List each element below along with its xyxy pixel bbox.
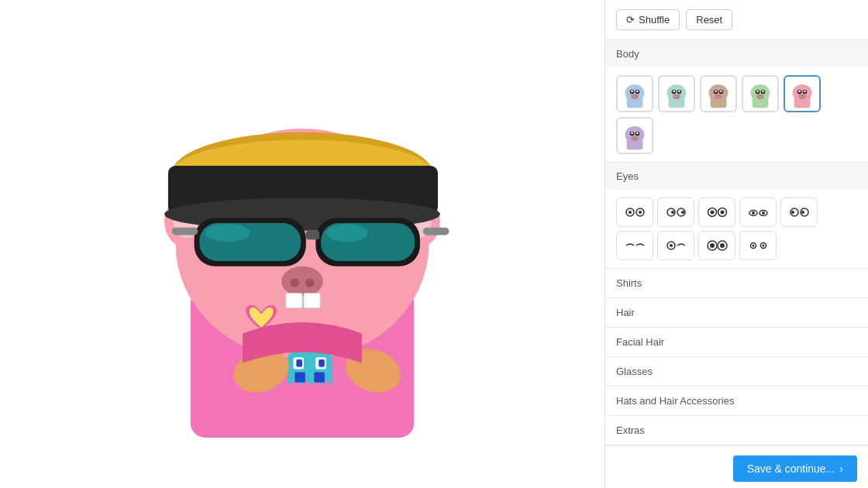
eyes-grid bbox=[616, 198, 857, 260]
eye-option-6[interactable] bbox=[616, 231, 653, 260]
body-section: Body bbox=[605, 40, 868, 163]
bottom-bar: Save & continue... › bbox=[605, 445, 868, 488]
glasses-section: Glasses bbox=[605, 357, 868, 387]
eye-option-8[interactable] bbox=[698, 231, 735, 260]
svg-rect-27 bbox=[296, 359, 302, 367]
svg-point-92 bbox=[631, 136, 639, 141]
svg-point-117 bbox=[710, 243, 715, 248]
save-label: Save & continue... bbox=[747, 462, 835, 475]
eye-option-4[interactable] bbox=[739, 198, 777, 227]
svg-point-15 bbox=[205, 224, 250, 242]
svg-point-95 bbox=[629, 211, 632, 214]
svg-rect-17 bbox=[172, 228, 198, 235]
avatar-image bbox=[116, 50, 488, 438]
svg-point-71 bbox=[762, 91, 764, 93]
body-options bbox=[605, 67, 868, 162]
body-option-blue[interactable] bbox=[616, 75, 653, 112]
hats-header[interactable]: Hats and Hair Accessories bbox=[605, 387, 868, 415]
shuffle-label: Shuffle bbox=[639, 14, 670, 26]
svg-point-70 bbox=[756, 91, 759, 93]
eyes-section: Eyes bbox=[605, 163, 868, 269]
svg-point-60 bbox=[715, 91, 717, 93]
eyes-section-label: Eyes bbox=[616, 170, 639, 182]
svg-point-112 bbox=[801, 211, 804, 214]
svg-point-122 bbox=[762, 245, 764, 247]
svg-rect-30 bbox=[314, 372, 324, 382]
body-option-teal[interactable] bbox=[658, 75, 695, 112]
svg-point-62 bbox=[715, 94, 722, 99]
svg-point-80 bbox=[798, 91, 801, 93]
eyes-options bbox=[605, 190, 868, 268]
hair-label: Hair bbox=[616, 307, 635, 318]
svg-point-108 bbox=[762, 211, 765, 215]
eye-option-1[interactable] bbox=[616, 198, 653, 227]
eye-option-2[interactable] bbox=[657, 198, 694, 227]
eye-option-9[interactable] bbox=[739, 231, 777, 260]
shuffle-button[interactable]: ⟳ Shuffle bbox=[616, 9, 680, 30]
svg-point-16 bbox=[326, 224, 368, 242]
eye-option-7[interactable] bbox=[657, 231, 694, 260]
shirts-header[interactable]: Shirts bbox=[605, 269, 868, 297]
svg-point-114 bbox=[670, 244, 673, 247]
svg-point-47 bbox=[669, 90, 672, 95]
extras-label: Extras bbox=[616, 424, 645, 436]
svg-point-20 bbox=[291, 278, 300, 287]
glasses-header[interactable]: Glasses bbox=[605, 357, 868, 386]
svg-point-104 bbox=[720, 211, 724, 215]
svg-rect-12 bbox=[306, 231, 319, 240]
svg-rect-18 bbox=[423, 228, 450, 235]
shuffle-icon: ⟳ bbox=[626, 14, 635, 26]
svg-point-52 bbox=[673, 94, 680, 99]
extras-header[interactable]: Extras bbox=[605, 416, 868, 445]
hats-section: Hats and Hair Accessories bbox=[605, 387, 868, 416]
svg-rect-23 bbox=[304, 293, 320, 308]
body-option-purple[interactable] bbox=[616, 117, 653, 154]
svg-rect-22 bbox=[286, 293, 302, 308]
svg-point-111 bbox=[791, 211, 794, 214]
hats-label: Hats and Hair Accessories bbox=[616, 395, 734, 407]
svg-point-90 bbox=[631, 132, 633, 135]
chevron-right-icon: › bbox=[839, 462, 843, 475]
svg-point-50 bbox=[673, 91, 675, 93]
body-section-label: Body bbox=[616, 48, 639, 60]
svg-point-41 bbox=[636, 91, 639, 93]
svg-point-40 bbox=[631, 91, 633, 93]
hair-header[interactable]: Hair bbox=[605, 298, 868, 327]
body-colors-grid bbox=[616, 75, 857, 154]
body-section-header[interactable]: Body bbox=[605, 40, 868, 67]
glasses-label: Glasses bbox=[616, 366, 653, 377]
svg-rect-29 bbox=[294, 372, 305, 382]
top-bar: ⟳ Shuffle Reset bbox=[605, 0, 868, 40]
svg-point-77 bbox=[794, 90, 797, 95]
body-option-brown[interactable] bbox=[700, 75, 737, 112]
svg-point-82 bbox=[798, 94, 806, 99]
facial-hair-label: Facial Hair bbox=[616, 336, 664, 348]
svg-point-21 bbox=[305, 278, 315, 287]
svg-point-72 bbox=[756, 94, 764, 99]
svg-point-118 bbox=[720, 243, 725, 248]
shirts-section: Shirts bbox=[605, 269, 868, 298]
eyes-section-header[interactable]: Eyes bbox=[605, 163, 868, 190]
customizer-panel: ⟳ Shuffle Reset Body bbox=[604, 0, 868, 488]
save-button[interactable]: Save & continue... › bbox=[733, 455, 857, 482]
svg-point-81 bbox=[804, 91, 806, 93]
svg-point-37 bbox=[627, 90, 630, 95]
svg-point-61 bbox=[720, 91, 722, 93]
hair-section: Hair bbox=[605, 298, 868, 328]
reset-button[interactable]: Reset bbox=[686, 9, 732, 30]
svg-point-42 bbox=[631, 94, 639, 99]
facial-hair-section: Facial Hair bbox=[605, 328, 868, 357]
reset-label: Reset bbox=[696, 14, 722, 26]
svg-point-100 bbox=[681, 211, 684, 214]
svg-point-91 bbox=[636, 132, 639, 135]
avatar-panel bbox=[0, 0, 604, 488]
body-option-pink[interactable] bbox=[784, 75, 821, 112]
extras-section: Extras bbox=[605, 416, 868, 445]
eye-option-5[interactable] bbox=[780, 198, 818, 227]
shirts-label: Shirts bbox=[616, 277, 642, 289]
eye-option-3[interactable] bbox=[698, 198, 735, 227]
body-option-green[interactable] bbox=[742, 75, 779, 112]
facial-hair-header[interactable]: Facial Hair bbox=[605, 328, 868, 356]
svg-point-96 bbox=[639, 211, 642, 214]
svg-point-87 bbox=[627, 132, 630, 136]
